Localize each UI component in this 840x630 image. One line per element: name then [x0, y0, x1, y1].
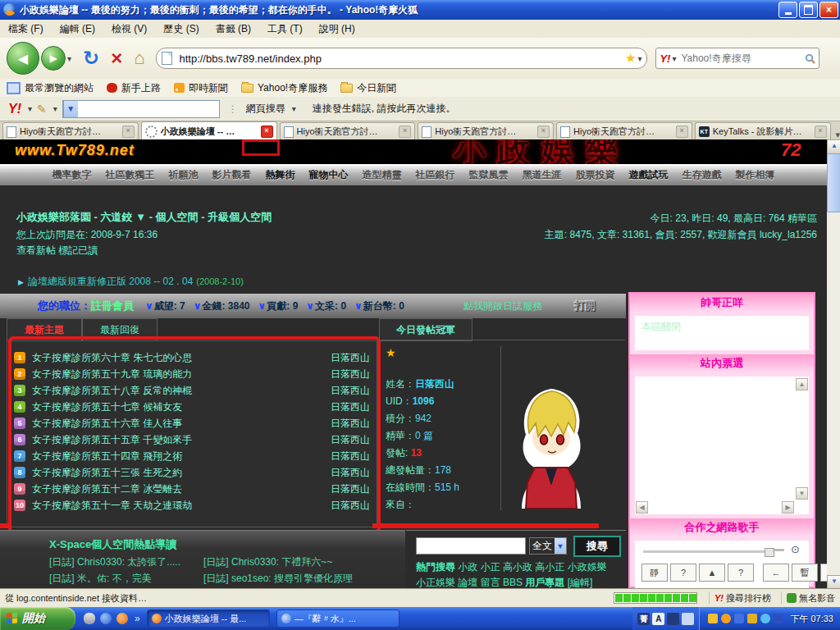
mail-tray-icon[interactable]: [708, 614, 718, 623]
ime-chinese-icon[interactable]: 菁: [637, 613, 650, 625]
blog-entry-link[interactable]: [日誌] seo1seo: 搜尋引擎優化原理: [203, 572, 353, 586]
search-scope-select[interactable]: 全文▼: [529, 537, 567, 555]
url-input[interactable]: [177, 52, 625, 66]
taskbar-task-messenger[interactable]: —『辭〃水』...: [276, 609, 399, 628]
reload-button[interactable]: ↻: [83, 47, 99, 70]
nav-item[interactable]: 黑道生涯: [523, 168, 562, 182]
firefox-quicklaunch-icon[interactable]: [116, 613, 128, 624]
tab-close-icon[interactable]: ×: [676, 126, 688, 138]
ime-keyboard-icon[interactable]: [667, 613, 679, 625]
bookmark-most-visited[interactable]: 最常瀏覽的網站: [7, 81, 94, 95]
menu-view[interactable]: 檢視 (V): [103, 21, 155, 38]
view-new-posts-links[interactable]: 查看新帖 標記已讀: [16, 244, 98, 258]
forum-search-input[interactable]: [416, 537, 526, 555]
web-search-dropdown-icon[interactable]: ▾: [292, 104, 296, 113]
nav-item[interactable]: 社區數獨王: [106, 168, 155, 182]
tab-close-icon[interactable]: ×: [261, 126, 273, 138]
nav-item[interactable]: 祈願池: [169, 168, 199, 182]
tab-close-icon[interactable]: ×: [399, 126, 411, 138]
player-button[interactable]: ?: [728, 564, 754, 582]
back-button[interactable]: ◀: [7, 42, 39, 75]
search-engine-dropdown-icon[interactable]: ▾: [672, 54, 676, 63]
tab-forum-active[interactable]: 小政娛樂論壇 -- …×: [141, 121, 277, 140]
clock[interactable]: 下午 07:33: [790, 613, 833, 625]
combo-dropdown-icon[interactable]: ▼: [63, 101, 78, 117]
blog-entry-link[interactable]: [日誌] Chris0330: 太誇張了.....: [49, 555, 180, 569]
minimize-button[interactable]: [778, 2, 797, 18]
site-url-logo[interactable]: www.Tw789.net: [15, 142, 135, 159]
nav-item[interactable]: 影片觀看: [212, 168, 252, 182]
menu-edit[interactable]: 編輯 (E): [52, 21, 103, 38]
quick-launch-more-icon[interactable]: »: [135, 613, 140, 624]
nav-item[interactable]: 造型精靈: [363, 168, 402, 182]
taskbar-task-forum[interactable]: 小政娛樂論壇 -- 最...: [147, 609, 270, 628]
menu-bookmarks[interactable]: 書籤 (B): [208, 21, 259, 38]
nav-item[interactable]: 遊戲試玩: [629, 168, 669, 182]
open-button[interactable]: 打開: [574, 299, 596, 313]
blog-entry-link[interactable]: [日誌] 米。佑: 不，完美: [49, 572, 152, 586]
nav-item[interactable]: 生存遊戲: [682, 168, 722, 182]
bookmark-latest-news[interactable]: 即時新聞: [174, 81, 228, 95]
scroll-up-icon[interactable]: ▲: [796, 378, 808, 390]
menu-help[interactable]: 說明 (H): [311, 21, 363, 38]
magnifier-icon[interactable]: [805, 53, 815, 64]
nav-item[interactable]: 機率數字: [52, 168, 92, 182]
forum-breadcrumb[interactable]: 小政娛樂部落園 - 六道鉸 ▼ - 個人空間 - 升級個人空間: [16, 210, 272, 225]
bookmark-star-icon[interactable]: ★: [625, 51, 636, 66]
history-dropdown-icon[interactable]: ▾: [67, 54, 71, 63]
player-mute-button[interactable]: 靜: [641, 564, 668, 582]
player-pause-button[interactable]: 暫: [792, 564, 818, 582]
nav-item[interactable]: 製作相簿: [736, 168, 775, 182]
tab-close-icon[interactable]: ×: [537, 126, 550, 138]
url-bar[interactable]: ★ ▾: [156, 48, 647, 69]
scroll-up-icon[interactable]: ▲: [827, 139, 840, 154]
home-button[interactable]: ⌂: [134, 48, 144, 69]
tab-close-icon[interactable]: ×: [122, 126, 135, 138]
tab-hiyo-4[interactable]: Hiyo衝天跑官方討…×: [556, 122, 692, 140]
restore-button[interactable]: [799, 2, 818, 18]
scroll-right-icon[interactable]: ▶: [782, 501, 794, 514]
yahoo-logo-dropdown-icon[interactable]: ▾: [28, 104, 32, 113]
announcement[interactable]: ▶論壇總版規重新修正版 2008 -- 02 . 04(2008-2-10): [18, 275, 244, 289]
start-button[interactable]: 開始: [0, 607, 75, 630]
scroll-down-icon[interactable]: ▼: [827, 575, 840, 588]
app-tray-icon[interactable]: [734, 614, 744, 623]
scrollbar-thumb[interactable]: [827, 153, 840, 212]
tab-keytalks[interactable]: KTKeyTalks - 說影解片…×: [695, 122, 831, 140]
web-search-button[interactable]: 網頁搜尋: [246, 102, 285, 116]
tab-hiyo-2[interactable]: Hiyo衝天跑官方討…×: [280, 122, 416, 140]
yahoo-toolbar-search-combo[interactable]: ▼: [62, 100, 220, 118]
tab-today-top-poster[interactable]: 今日發帖冠軍: [379, 318, 472, 341]
pencil-dropdown-icon[interactable]: ▾: [53, 104, 57, 113]
bookmark-today-news[interactable]: 今日新聞: [340, 81, 396, 95]
nav-item[interactable]: 社區銀行: [416, 168, 455, 182]
open-blog-service-link[interactable]: 點我開啟日誌服務: [463, 299, 542, 313]
bookmark-yahoo-services[interactable]: Yahoo!奇摩服務: [241, 81, 327, 95]
forum-search-button[interactable]: 搜尋: [573, 536, 621, 557]
player-seek-slider[interactable]: [643, 550, 766, 553]
toolbar-error-message[interactable]: 連接發生錯誤, 請按此再次連接。: [313, 102, 456, 116]
ime-letter-icon[interactable]: A: [652, 613, 664, 625]
nav-item[interactable]: 股票投資: [576, 168, 615, 182]
wretch-video-badge[interactable]: 無名影音: [787, 592, 835, 605]
scroll-left-icon[interactable]: ◀: [636, 501, 648, 514]
alert-tray-icon[interactable]: [747, 614, 757, 623]
player-play-button[interactable]: ▲: [699, 564, 725, 582]
tab-close-icon[interactable]: ×: [815, 126, 827, 138]
yahoo-search-input[interactable]: [679, 52, 805, 65]
forward-button[interactable]: ▶: [41, 46, 66, 71]
ie-icon[interactable]: [100, 613, 112, 624]
yahoo-toolbar-logo-icon[interactable]: Y!: [8, 102, 21, 116]
stop-button[interactable]: ×: [111, 47, 122, 70]
page-scrollbar[interactable]: ▲ ▼: [827, 139, 840, 588]
nav-item[interactable]: 寵物中心: [309, 168, 349, 182]
url-dropdown-icon[interactable]: ▾: [637, 54, 641, 63]
document-tray-icon[interactable]: [774, 614, 783, 623]
player-button[interactable]: ?: [670, 564, 696, 582]
nav-item[interactable]: 監獄風雲: [469, 168, 509, 182]
player-target-icon[interactable]: ⊙: [791, 543, 800, 555]
player-back-button[interactable]: ←: [763, 564, 789, 582]
yahoo-search-box[interactable]: Y! ▾: [655, 48, 819, 69]
scroll-down-icon[interactable]: ▼: [796, 487, 808, 500]
ime-options-icon[interactable]: [682, 613, 694, 625]
